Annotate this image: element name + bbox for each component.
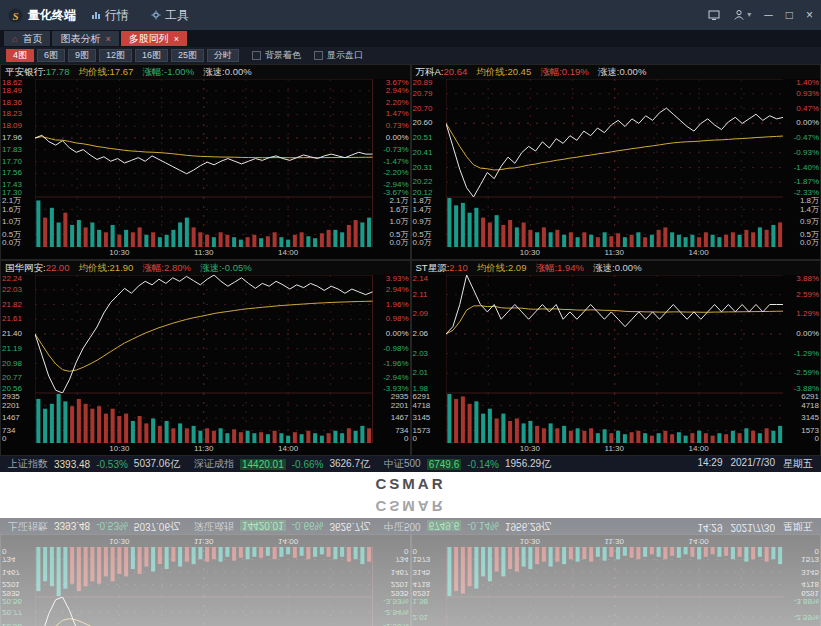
price-axis-left-label: 2.03	[413, 350, 429, 358]
time-label: 11:30	[194, 444, 213, 453]
index-turnover: 1956.29亿	[505, 457, 551, 471]
time-axis: 10:3011:3014:00	[446, 443, 784, 455]
volume-axis-right-label: 0.9万	[800, 218, 819, 226]
price-axis-left-label: 22.03	[2, 286, 22, 294]
stock-name-price: 平安银行:17.78	[5, 66, 69, 79]
percent-axis-right-label: 2.59%	[796, 291, 819, 299]
percent-axis-right: 1.40%0.93%0.47%0.00%-0.47%-0.93%-1.40%-1…	[783, 79, 820, 197]
stock-panel[interactable]: 万科A:20.64均价线:20.45涨幅:0.19%涨速:0.00%20.892…	[411, 64, 821, 260]
index-turnover: 1956.29亿	[505, 519, 551, 533]
status-date: 2021/7/30	[731, 457, 776, 471]
menu-quotes[interactable]: 行情	[84, 4, 136, 26]
price-axis-left-label: 2.01	[413, 613, 429, 621]
tab-multi-stock[interactable]: 多股同列 ×	[121, 31, 187, 46]
time-label: 10:30	[520, 444, 540, 453]
minimize-button[interactable]: ─	[764, 9, 773, 21]
stock-panel[interactable]: 平安银行:17.78均价线:17.67涨幅:-1.00%涨速:0.00%18.6…	[0, 64, 411, 260]
price-axis-left-label: 1.98	[413, 597, 429, 605]
time-axis: 10:3011:3014:00	[446, 247, 784, 259]
stock-panel[interactable]: ST星源:2.10均价线:2.09涨幅:1.94%涨速:0.00%2.142.1…	[411, 260, 821, 456]
index-name[interactable]: 上证指数	[8, 457, 48, 471]
time-axis: 10:3011:3014:00	[35, 247, 373, 259]
panel-header: ST星源:2.10均价线:2.09涨幅:1.94%涨速:0.00%	[412, 261, 821, 275]
price-line-chart	[35, 597, 373, 626]
tab-home[interactable]: ⌂ 首页	[4, 31, 50, 46]
menu-tools[interactable]: 工具	[144, 4, 196, 26]
index-name[interactable]: 深证成指	[194, 457, 234, 471]
time-label: 14:00	[689, 537, 709, 546]
percent-axis-right-label: -1.40%	[794, 164, 819, 172]
price-chart	[446, 597, 784, 626]
title-bar[interactable]: S 量化终端 行情 工具	[0, 0, 821, 30]
percent-axis-right-label: 0.73%	[386, 122, 409, 130]
stock-name: ST星源:	[416, 262, 450, 275]
price-axis-left-label: 21.61	[2, 315, 22, 323]
checkbox-background-color[interactable]: 背景着色	[252, 49, 301, 62]
price-line-chart	[35, 275, 373, 393]
volume-axis-left-label: 1.4万	[413, 206, 432, 214]
layout-button-2[interactable]: 6图	[37, 49, 65, 62]
volume-axis-left-label: 0.9万	[413, 218, 432, 226]
layout-button-6[interactable]: 25图	[171, 49, 204, 62]
volume-axis-left: 62914718314515730	[412, 547, 446, 597]
panel-header: 国华网安:22.00均价线:21.90涨幅:2.80%涨速:-0.05%	[1, 261, 410, 275]
checkbox-icon	[314, 51, 323, 60]
tab-chart-analysis[interactable]: 图表分析 ×	[52, 31, 118, 46]
index-value: 14420.01	[240, 459, 286, 470]
volume-chart	[446, 393, 784, 443]
volume-axis-right-label: 734	[395, 556, 408, 564]
percent-axis-right-label: -3.93%	[383, 385, 408, 393]
volume-axis-left-label: 1467	[2, 414, 20, 422]
price-axis-left: 2.142.112.092.062.032.011.98	[412, 597, 446, 626]
layout-button-7[interactable]: 分时	[207, 49, 239, 62]
stock-panel[interactable]: 国华网安:22.00均价线:21.90涨幅:2.80%涨速:-0.05%22.2…	[0, 260, 411, 456]
volume-axis-right: 1.8万1.4万0.9万0.5万0.0万	[783, 197, 820, 247]
user-icon[interactable]: ▾	[733, 9, 751, 21]
volume-axis-right-label: 2201	[391, 402, 409, 410]
layout-button-1[interactable]: 4图	[6, 49, 34, 62]
close-icon[interactable]: ×	[174, 34, 179, 44]
volume-axis-left: 2.1万1.6万1.0万0.5万0.0万	[1, 197, 35, 247]
panel-body: 22.2422.0321.8221.6121.4021.1920.9820.77…	[1, 275, 410, 455]
percent-axis-right-label: 0.98%	[386, 315, 409, 323]
time-label: 14:00	[689, 444, 709, 453]
chart-grid: 平安银行:17.78均价线:17.67涨幅:-1.00%涨速:0.00%18.6…	[0, 64, 821, 456]
price-axis-left: 2.142.112.092.062.032.011.98	[412, 275, 446, 393]
volume-axis-right: 2.1万1.6万1.0万0.5万0.0万	[373, 197, 410, 247]
checkbox-show-orderbook[interactable]: 显示盘口	[314, 49, 363, 62]
csmar-caption: CSMAR	[0, 495, 821, 518]
price-chart	[35, 79, 373, 197]
volume-axis-right: 62914718314515730	[783, 547, 820, 597]
volume-axis-left-label: 2201	[2, 581, 20, 589]
index-change: -0.53%	[96, 459, 128, 470]
panel-body: 20.8920.7920.7020.6020.5120.4120.3120.22…	[412, 79, 821, 259]
percent-axis-right-label: -0.93%	[794, 149, 819, 157]
price-axis-left-label: 17.30	[2, 189, 22, 197]
speed-label: 涨速:0.00%	[598, 66, 647, 79]
checkbox-label: 背景着色	[265, 49, 301, 62]
close-button[interactable]: ×	[806, 9, 813, 21]
stock-price: 2.10	[449, 262, 468, 275]
maximize-button[interactable]: □	[786, 9, 793, 21]
volume-axis-right-label: 0	[404, 435, 408, 443]
screen-icon[interactable]	[708, 9, 720, 21]
time-label: 11:30	[605, 444, 624, 453]
tab-multi-stock-label: 多股同列	[129, 32, 169, 46]
time-label: 14:00	[278, 248, 298, 257]
layout-button-3[interactable]: 9图	[68, 49, 96, 62]
layout-button-4[interactable]: 12图	[99, 49, 132, 62]
percent-axis-right-label: 0.00%	[386, 134, 409, 142]
mirror-content: S 量化终端 行情 工具	[0, 0, 821, 495]
svg-text:S: S	[12, 9, 18, 21]
time-axis: 10:3011:3014:00	[35, 535, 373, 547]
layout-button-group: 4图6图9图12图16图25图分时	[6, 49, 239, 62]
index-name[interactable]: 中证500	[384, 457, 421, 471]
close-icon[interactable]: ×	[105, 34, 110, 44]
speed-label: 涨速:0.00%	[203, 66, 252, 79]
volume-chart	[35, 547, 373, 597]
layout-button-5[interactable]: 16图	[135, 49, 168, 62]
volume-bars	[446, 393, 784, 443]
avg-price-label: 均价线:2.09	[477, 262, 527, 275]
volume-bars	[35, 547, 373, 597]
tab-bar: ⌂ 首页 图表分析 × 多股同列 ×	[0, 30, 821, 47]
